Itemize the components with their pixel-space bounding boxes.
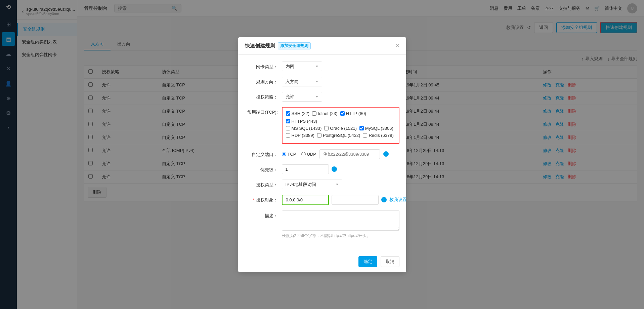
port-mssql-checkbox[interactable] bbox=[286, 126, 290, 130]
priority-info-icon[interactable]: i bbox=[332, 166, 337, 172]
priority-input[interactable] bbox=[282, 164, 329, 174]
port-redis[interactable]: Redis (6379) bbox=[363, 133, 393, 138]
port-mysql[interactable]: MySQL (3306) bbox=[359, 126, 393, 131]
auth-object-control: i 教我设置 bbox=[282, 195, 407, 205]
modal-footer: 确定 取消 bbox=[238, 251, 406, 272]
desc-hint: 长度为2-256个字符，不能以http://或https://开头。 bbox=[282, 233, 399, 239]
desc-label: 描述： bbox=[245, 210, 282, 219]
auth-object-label: 授权对象： bbox=[245, 195, 282, 203]
auth-object-info-icon[interactable]: i bbox=[381, 197, 387, 202]
priority-control: i bbox=[282, 164, 399, 174]
radio-udp-input[interactable] bbox=[301, 152, 306, 156]
port-https[interactable]: HTTPS (443) bbox=[286, 119, 317, 124]
priority-row: 优先级： i bbox=[245, 164, 399, 174]
radio-udp[interactable]: UDP bbox=[301, 152, 316, 157]
nic-type-label: 网卡类型： bbox=[245, 62, 282, 70]
desc-control: 长度为2-256个字符，不能以http://或https://开头。 bbox=[282, 210, 399, 239]
auth-type-label: 授权类型： bbox=[245, 180, 282, 188]
modal-body: 网卡类型： 内网 公网 规则方向： 入方向 bbox=[238, 55, 406, 251]
port-postgresql-checkbox[interactable] bbox=[317, 133, 321, 138]
custom-port-info-icon[interactable]: i bbox=[383, 151, 389, 157]
auth-type-select[interactable]: IPv4地址段访问 安全组访问 bbox=[282, 180, 342, 189]
ports-row-2: MS SQL (1433) Oracle (1521) MySQL (3306) bbox=[286, 126, 395, 131]
radio-tcp-input[interactable] bbox=[282, 152, 286, 156]
auth-object-input[interactable] bbox=[282, 195, 329, 205]
auth-policy-select-wrapper: 允许 拒绝 bbox=[282, 92, 322, 102]
port-postgresql[interactable]: PostgreSQL (5432) bbox=[317, 133, 360, 138]
ports-row-3: RDP (3389) PostgreSQL (5432) Redis (6379… bbox=[286, 133, 395, 138]
rule-direction-label: 规则方向： bbox=[245, 77, 282, 85]
desc-row: 描述： 长度为2-256个字符，不能以http://或https://开头。 bbox=[245, 210, 399, 239]
auth-object-input-second[interactable] bbox=[332, 195, 379, 205]
nic-type-select[interactable]: 内网 公网 bbox=[282, 62, 322, 71]
priority-inner: i bbox=[282, 164, 399, 174]
nic-type-select-wrapper: 内网 公网 bbox=[282, 62, 322, 71]
modal-subtitle-badge[interactable]: 添加安全组规则 bbox=[278, 42, 311, 49]
common-ports-control: SSH (22) telnet (23) HTTP (80) HTTPS (44… bbox=[282, 107, 399, 144]
common-ports-row: 常用端口(TCP): SSH (22) telnet (23) HTTP (80… bbox=[245, 107, 399, 144]
auth-object-row: 授权对象： i 教我设置 bbox=[245, 195, 399, 205]
rule-direction-select[interactable]: 入方向 出方向 bbox=[282, 77, 322, 86]
port-mssql[interactable]: MS SQL (1433) bbox=[286, 126, 322, 131]
modal-header: 快速创建规则 添加安全组规则 × bbox=[238, 37, 406, 55]
custom-port-input[interactable] bbox=[319, 149, 380, 159]
auth-type-control: IPv4地址段访问 安全组访问 bbox=[282, 180, 399, 189]
auth-object-help-link[interactable]: 教我设置 bbox=[389, 197, 407, 203]
port-http[interactable]: HTTP (80) bbox=[340, 111, 366, 116]
rule-direction-row: 规则方向： 入方向 出方向 bbox=[245, 77, 399, 86]
custom-port-row: 自定义端口： TCP UDP i bbox=[245, 149, 399, 159]
modal-overlay: 快速创建规则 添加安全组规则 × 网卡类型： 内网 公网 bbox=[0, 0, 644, 309]
port-oracle-checkbox[interactable] bbox=[324, 126, 329, 130]
auth-type-select-wrapper: IPv4地址段访问 安全组访问 bbox=[282, 180, 342, 189]
auth-policy-select[interactable]: 允许 拒绝 bbox=[282, 92, 322, 102]
auth-policy-control: 允许 拒绝 bbox=[282, 92, 399, 102]
port-rdp-checkbox[interactable] bbox=[286, 133, 290, 138]
radio-tcp[interactable]: TCP bbox=[282, 152, 296, 157]
port-https-checkbox[interactable] bbox=[286, 119, 290, 123]
port-ssh-checkbox[interactable] bbox=[286, 111, 290, 116]
port-ssh[interactable]: SSH (22) bbox=[286, 111, 309, 116]
rule-direction-select-wrapper: 入方向 出方向 bbox=[282, 77, 322, 86]
modal-close-button[interactable]: × bbox=[396, 42, 399, 49]
port-rdp[interactable]: RDP (3389) bbox=[286, 133, 314, 138]
protocol-radio-group: TCP UDP bbox=[282, 152, 316, 157]
custom-port-label: 自定义端口： bbox=[245, 149, 282, 158]
modal-title: 快速创建规则 添加安全组规则 bbox=[245, 42, 311, 49]
auth-policy-row: 授权策略： 允许 拒绝 bbox=[245, 92, 399, 102]
custom-port-inner: TCP UDP i bbox=[282, 149, 399, 159]
port-mysql-checkbox[interactable] bbox=[359, 126, 364, 130]
common-ports-box: SSH (22) telnet (23) HTTP (80) HTTPS (44… bbox=[282, 107, 399, 144]
port-telnet-checkbox[interactable] bbox=[312, 111, 316, 116]
auth-policy-label: 授权策略： bbox=[245, 92, 282, 100]
custom-port-control: TCP UDP i bbox=[282, 149, 399, 159]
ports-row-1: SSH (22) telnet (23) HTTP (80) HTTPS (44… bbox=[286, 111, 395, 124]
port-oracle[interactable]: Oracle (1521) bbox=[324, 126, 356, 131]
nic-type-row: 网卡类型： 内网 公网 bbox=[245, 62, 399, 71]
cancel-button[interactable]: 取消 bbox=[381, 256, 399, 267]
common-ports-label: 常用端口(TCP): bbox=[245, 107, 282, 115]
priority-label: 优先级： bbox=[245, 164, 282, 173]
auth-object-inner: i 教我设置 bbox=[282, 195, 407, 205]
desc-textarea[interactable] bbox=[282, 210, 399, 231]
confirm-button[interactable]: 确定 bbox=[358, 256, 377, 267]
port-redis-checkbox[interactable] bbox=[363, 133, 367, 138]
port-telnet[interactable]: telnet (23) bbox=[312, 111, 338, 116]
quick-create-modal: 快速创建规则 添加安全组规则 × 网卡类型： 内网 公网 bbox=[238, 37, 406, 272]
nic-type-control: 内网 公网 bbox=[282, 62, 399, 71]
auth-type-row: 授权类型： IPv4地址段访问 安全组访问 bbox=[245, 180, 399, 189]
port-http-checkbox[interactable] bbox=[340, 111, 345, 116]
rule-direction-control: 入方向 出方向 bbox=[282, 77, 399, 86]
